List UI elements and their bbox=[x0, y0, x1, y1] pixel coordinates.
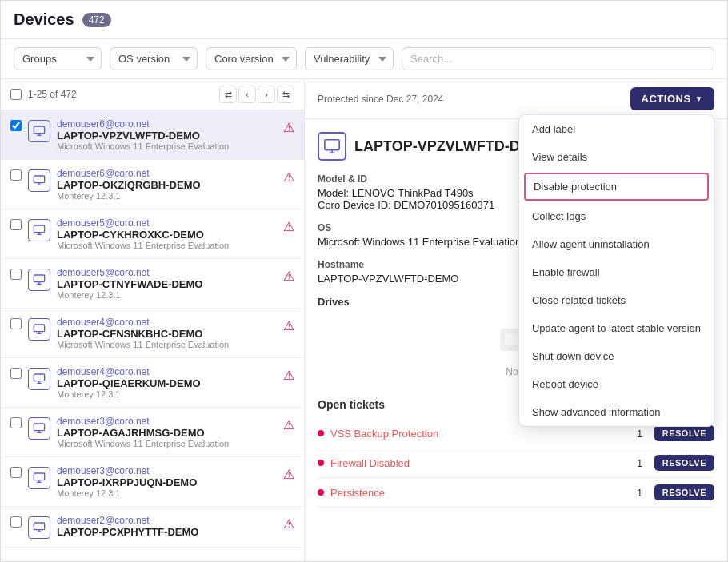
device-checkbox[interactable] bbox=[10, 169, 22, 181]
dropdown-item[interactable]: Enable firewall bbox=[519, 258, 714, 286]
device-info: demouser4@coro.net LAPTOP-CFNSNKBHC-DEMO… bbox=[57, 317, 277, 349]
device-os: Microsoft Windows 11 Enterprise Evaluati… bbox=[57, 241, 277, 250]
ticket-count: 1 bbox=[632, 487, 648, 499]
tickets-title: Open tickets bbox=[318, 398, 385, 411]
device-item[interactable]: demouser6@coro.net LAPTOP-OKZIQRGBH-DEMO… bbox=[1, 160, 304, 209]
dropdown-item[interactable]: Allow agent uninstallation bbox=[519, 230, 714, 258]
first-page-btn[interactable]: ⇄ bbox=[219, 86, 237, 103]
resolve-button[interactable]: RESOLVE bbox=[654, 484, 714, 500]
device-checkbox[interactable] bbox=[10, 219, 22, 230]
pagination-info: 1-25 of 472 bbox=[28, 89, 213, 100]
dropdown-item[interactable]: Reboot device bbox=[519, 370, 714, 398]
detail-device-name: LAPTOP-VPZVLWFTD-DE bbox=[354, 138, 530, 155]
device-name: LAPTOP-IXRPPJUQN-DEMO bbox=[57, 476, 277, 488]
device-os: Microsoft Windows 11 Enterprise Evaluati… bbox=[57, 340, 277, 349]
list-toolbar: 1-25 of 472 ⇄ ‹ › ⇆ bbox=[1, 79, 304, 110]
device-type-icon bbox=[28, 269, 50, 291]
vulnerability-filter[interactable]: Vulnerability bbox=[305, 47, 394, 70]
svg-rect-3 bbox=[34, 176, 44, 183]
device-type-icon bbox=[28, 516, 50, 539]
device-name: LAPTOP-OKZIQRGBH-DEMO bbox=[57, 179, 277, 191]
caret-icon: ▼ bbox=[695, 94, 703, 103]
device-item[interactable]: demouser5@coro.net LAPTOP-CYKHROXKC-DEMO… bbox=[1, 209, 304, 259]
device-item[interactable]: demouser5@coro.net LAPTOP-CTNYFWADE-DEMO… bbox=[1, 259, 304, 309]
last-page-btn[interactable]: ⇆ bbox=[277, 86, 294, 103]
device-type-icon bbox=[28, 318, 50, 341]
device-type-icon bbox=[28, 417, 50, 440]
detail-header: Protected since Dec 27, 2024 ACTIONS ▼ bbox=[305, 79, 727, 119]
svg-rect-12 bbox=[34, 325, 44, 332]
device-email: demouser2@coro.net bbox=[57, 515, 277, 526]
device-checkbox[interactable] bbox=[10, 516, 22, 528]
device-info: demouser6@coro.net LAPTOP-VPZVLWFTD-DEMO… bbox=[57, 118, 277, 151]
device-item[interactable]: demouser4@coro.net LAPTOP-CFNSNKBHC-DEMO… bbox=[1, 309, 304, 358]
svg-rect-18 bbox=[34, 424, 44, 431]
svg-rect-27 bbox=[325, 140, 339, 150]
device-checkbox[interactable] bbox=[10, 467, 22, 478]
svg-rect-0 bbox=[34, 126, 44, 134]
device-info: demouser5@coro.net LAPTOP-CTNYFWADE-DEMO… bbox=[57, 267, 277, 300]
coro-version-filter[interactable]: Coro version bbox=[206, 47, 297, 70]
dropdown-item[interactable]: Add label bbox=[519, 115, 714, 143]
device-item[interactable]: demouser6@coro.net LAPTOP-VPZVLWFTD-DEMO… bbox=[1, 110, 304, 160]
alert-icon: ⚠ bbox=[283, 120, 294, 135]
device-email: demouser5@coro.net bbox=[57, 217, 277, 229]
device-checkbox[interactable] bbox=[10, 318, 22, 329]
device-email: demouser5@coro.net bbox=[57, 267, 277, 278]
device-os: Monterey 12.3.1 bbox=[57, 290, 277, 300]
select-all-checkbox[interactable] bbox=[10, 89, 22, 100]
dropdown-item[interactable]: View details bbox=[519, 143, 714, 171]
groups-filter[interactable]: Groups bbox=[14, 47, 102, 70]
dropdown-item[interactable]: Disable protection bbox=[524, 173, 709, 201]
ticket-list: VSS Backup Protection 1 RESOLVE Firewall… bbox=[318, 419, 714, 508]
device-list-panel: 1-25 of 472 ⇄ ‹ › ⇆ demouser6@coro.net L… bbox=[1, 79, 305, 561]
actions-label: ACTIONS bbox=[642, 93, 691, 105]
dropdown-item[interactable]: Collect logs bbox=[519, 202, 714, 230]
alert-icon: ⚠ bbox=[283, 516, 294, 532]
device-info: demouser3@coro.net LAPTOP-AGAJRHMSG-DEMO… bbox=[57, 416, 277, 448]
alert-icon: ⚠ bbox=[283, 318, 294, 333]
dropdown-item[interactable]: Show advanced information bbox=[519, 398, 714, 426]
device-item[interactable]: demouser3@coro.net LAPTOP-IXRPPJUQN-DEMO… bbox=[1, 457, 304, 507]
alert-icon: ⚠ bbox=[283, 467, 294, 482]
device-item[interactable]: demouser2@coro.net LAPTOP-PCXPHYTTF-DEMO… bbox=[1, 507, 304, 548]
device-item[interactable]: demouser3@coro.net LAPTOP-AGAJRHMSG-DEMO… bbox=[1, 408, 304, 457]
device-checkbox[interactable] bbox=[10, 368, 22, 379]
device-email: demouser4@coro.net bbox=[57, 366, 277, 377]
next-page-btn[interactable]: › bbox=[258, 86, 275, 103]
resolve-button[interactable]: RESOLVE bbox=[654, 455, 714, 471]
device-os: Microsoft Windows 11 Enterprise Evaluati… bbox=[57, 141, 277, 151]
page-title: Devices bbox=[14, 10, 74, 29]
device-type-icon bbox=[28, 120, 50, 142]
device-list: demouser6@coro.net LAPTOP-VPZVLWFTD-DEMO… bbox=[1, 110, 304, 561]
ticket-dot bbox=[318, 489, 324, 496]
device-checkbox[interactable] bbox=[10, 269, 22, 280]
alert-icon: ⚠ bbox=[283, 417, 294, 432]
alert-icon: ⚠ bbox=[283, 169, 294, 185]
prev-page-btn[interactable]: ‹ bbox=[238, 86, 256, 103]
device-type-icon bbox=[28, 219, 50, 241]
device-info: demouser6@coro.net LAPTOP-OKZIQRGBH-DEMO… bbox=[57, 168, 277, 201]
device-checkbox[interactable] bbox=[10, 120, 22, 131]
device-item[interactable]: demouser4@coro.net LAPTOP-QIEAERKUM-DEMO… bbox=[1, 358, 304, 408]
device-detail-panel: Protected since Dec 27, 2024 ACTIONS ▼ A… bbox=[305, 79, 727, 561]
device-info: demouser3@coro.net LAPTOP-IXRPPJUQN-DEMO… bbox=[57, 465, 277, 498]
alert-icon: ⚠ bbox=[283, 269, 294, 284]
device-count-badge: 472 bbox=[82, 13, 111, 27]
device-checkbox[interactable] bbox=[10, 417, 22, 428]
ticket-dot bbox=[318, 430, 324, 436]
search-input[interactable] bbox=[402, 47, 714, 70]
resolve-button[interactable]: RESOLVE bbox=[654, 425, 714, 441]
dropdown-item[interactable]: Update agent to latest stable version bbox=[519, 314, 714, 342]
actions-button[interactable]: ACTIONS ▼ bbox=[630, 87, 714, 110]
device-type-icon bbox=[28, 467, 50, 489]
dropdown-item[interactable]: Close related tickets bbox=[519, 286, 714, 314]
device-email: demouser6@coro.net bbox=[57, 168, 277, 179]
dropdown-item[interactable]: Shut down device bbox=[519, 342, 714, 370]
header: Devices 472 bbox=[1, 1, 727, 39]
device-name: LAPTOP-AGAJRHMSG-DEMO bbox=[57, 427, 277, 439]
os-version-filter[interactable]: OS version bbox=[110, 47, 198, 70]
svg-rect-9 bbox=[34, 275, 44, 282]
device-name: LAPTOP-PCXPHYTTF-DEMO bbox=[57, 526, 277, 538]
device-type-icon bbox=[28, 169, 50, 192]
